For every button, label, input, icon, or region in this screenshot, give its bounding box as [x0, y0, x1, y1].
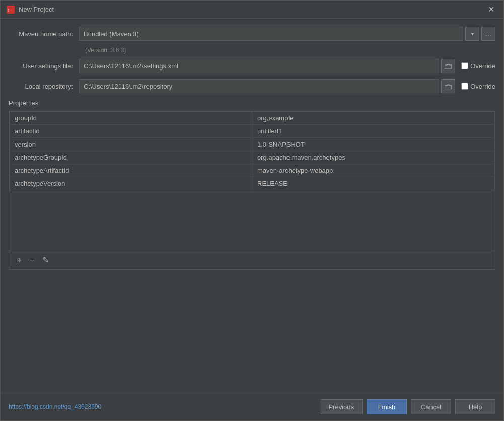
maven-home-input[interactable] [79, 27, 463, 41]
properties-area: groupIdorg.exampleartifactIduntitled1ver… [9, 111, 495, 270]
table-row[interactable]: artifactIduntitled1 [10, 125, 495, 138]
property-value: RELEASE [252, 177, 495, 190]
user-settings-row: User settings file: Override [9, 59, 495, 73]
user-settings-input[interactable] [79, 59, 439, 73]
table-row[interactable]: archetypeArtifactIdmaven-archetype-webap… [10, 164, 495, 177]
property-key: archetypeVersion [10, 177, 252, 190]
property-value: org.example [252, 112, 495, 125]
new-project-dialog: I New Project ✕ Maven home path: ▾ … (Ve… [0, 0, 504, 421]
property-value: untitled1 [252, 125, 495, 138]
maven-home-row: Maven home path: ▾ … [9, 27, 495, 41]
properties-toolbar: + − ✎ [9, 251, 495, 269]
add-property-button[interactable]: + [13, 254, 25, 266]
property-key: version [10, 138, 252, 151]
property-value: org.apache.maven.archetypes [252, 151, 495, 164]
properties-empty-area [9, 190, 495, 251]
property-value: maven-archetype-webapp [252, 164, 495, 177]
svg-text:I: I [8, 8, 10, 13]
properties-title: Properties [9, 99, 495, 107]
local-repo-browse-btn[interactable] [441, 79, 455, 93]
cancel-button[interactable]: Cancel [411, 399, 451, 414]
local-repo-row: Local repository: Override [9, 79, 495, 93]
table-row[interactable]: version1.0-SNAPSHOT [10, 138, 495, 151]
user-settings-override-label: Override [470, 62, 495, 70]
maven-home-browse-btn[interactable]: … [481, 27, 495, 41]
user-settings-override-group: Override [461, 62, 495, 70]
footer-url: https://blog.csdn.net/qq_43623590 [9, 403, 316, 410]
property-key: artifactId [10, 125, 252, 138]
help-button[interactable]: Help [455, 399, 495, 414]
previous-button[interactable]: Previous [320, 399, 363, 414]
user-settings-override-checkbox[interactable] [461, 62, 468, 69]
user-settings-input-group: Override [79, 59, 495, 73]
property-key: archetypeGroupId [10, 151, 252, 164]
dialog-title: New Project [19, 6, 54, 13]
table-row[interactable]: archetypeVersionRELEASE [10, 177, 495, 190]
table-row[interactable]: archetypeGroupIdorg.apache.maven.archety… [10, 151, 495, 164]
maven-home-dropdown-btn[interactable]: ▾ [465, 27, 479, 41]
maven-version-text: (Version: 3.6.3) [85, 47, 495, 54]
user-settings-browse-btn[interactable] [441, 59, 455, 73]
footer: https://blog.csdn.net/qq_43623590 Previo… [1, 393, 503, 420]
user-settings-label: User settings file: [9, 62, 79, 70]
local-repo-input[interactable] [79, 79, 439, 93]
properties-table: groupIdorg.exampleartifactIduntitled1ver… [9, 111, 495, 190]
local-repo-input-group: Override [79, 79, 495, 93]
content-area: Maven home path: ▾ … (Version: 3.6.3) Us… [1, 19, 503, 393]
title-bar-left: I New Project [7, 6, 54, 14]
local-repo-label: Local repository: [9, 83, 79, 90]
title-bar: I New Project ✕ [1, 1, 503, 19]
property-value: 1.0-SNAPSHOT [252, 138, 495, 151]
property-key: archetypeArtifactId [10, 164, 252, 177]
local-repo-override-group: Override [461, 83, 495, 90]
edit-property-button[interactable]: ✎ [39, 254, 51, 266]
local-repo-override-checkbox[interactable] [461, 83, 468, 90]
intellij-icon: I [7, 6, 15, 14]
maven-home-input-group: ▾ … [79, 27, 495, 41]
finish-button[interactable]: Finish [367, 399, 407, 414]
table-row[interactable]: groupIdorg.example [10, 112, 495, 125]
close-button[interactable]: ✕ [485, 5, 497, 15]
local-repo-override-label: Override [470, 83, 495, 90]
maven-home-label: Maven home path: [9, 30, 79, 38]
remove-property-button[interactable]: − [26, 254, 38, 266]
property-key: groupId [10, 112, 252, 125]
properties-section: Properties groupIdorg.exampleartifactIdu… [9, 99, 495, 270]
